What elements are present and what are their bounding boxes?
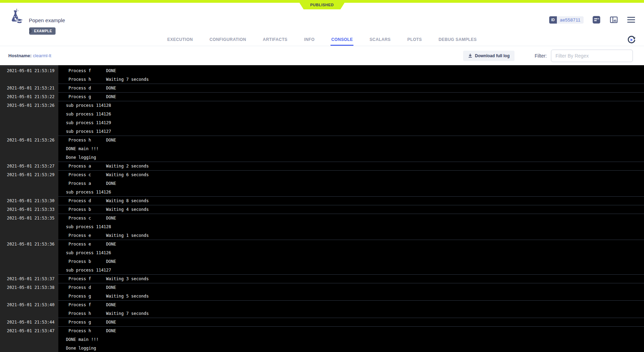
log-line: Process e DONE (66, 240, 644, 249)
log-timestamp: 2021-05-01 21:53:27 (0, 162, 58, 171)
id-chip: ID (549, 16, 557, 24)
log-line: Process g DONE (66, 318, 644, 327)
log-line: Process f DONE (66, 67, 644, 75)
log-entry: 2021-05-01 21:53:21 Process d DONE (0, 84, 644, 93)
gear-icon (29, 28, 32, 34)
log-line: sub process 114126 (66, 110, 644, 119)
log-entry: 2021-05-01 21:53:36 Process e DONEsub pr… (0, 240, 644, 275)
log-entry: 2021-05-01 21:53:44 Process g DONE (0, 318, 644, 327)
log-timestamp: 2021-05-01 21:53:38 (0, 283, 58, 301)
tab-plots[interactable]: PLOTS (407, 34, 423, 46)
log-line: Done logging (66, 344, 644, 352)
log-timestamp: 2021-05-01 21:53:30 (0, 197, 58, 205)
log-line: sub process 114127 (66, 127, 644, 136)
auto-refresh-icon[interactable] (627, 35, 636, 45)
log-line: sub process 114129 (66, 119, 644, 127)
log-entry: 2021-05-01 21:53:30 Process d Waiting 8 … (0, 197, 644, 205)
log-line: Process h DONE (66, 136, 644, 145)
hostname-value: clearml-lt (33, 53, 51, 58)
download-full-log-button[interactable]: Download full log (463, 51, 515, 61)
log-line: Process h Waiting 7 seconds (66, 309, 644, 318)
log-timestamp: 2021-05-01 21:53:19 (0, 67, 58, 84)
log-entry-lines: Process f DONE Process h Waiting 7 secon… (58, 301, 644, 318)
log-line: Process g Waiting 5 seconds (66, 292, 644, 301)
log-timestamp: 2021-05-01 21:53:22 (0, 93, 58, 101)
log-line: Process g DONE (66, 93, 644, 101)
log-line: Process b DONE (66, 257, 644, 266)
log-line: DONE main !!! (66, 335, 644, 344)
tab-console[interactable]: CONSOLE (331, 34, 353, 46)
page-title: Popen example (29, 17, 65, 23)
log-timestamp: 2021-05-01 21:53:36 (0, 240, 58, 275)
console-log[interactable]: 2021-05-01 21:53:19 Process f DONE Proce… (0, 65, 644, 352)
tab-configuration[interactable]: CONFIGURATION (209, 34, 247, 46)
experiment-id-group: ID ae558711 (549, 16, 584, 24)
log-line: Process e Waiting 1 seconds (66, 231, 644, 240)
log-timestamp: 2021-05-01 21:53:29 (0, 171, 58, 197)
tab-debug-samples[interactable]: DEBUG SAMPLES (438, 34, 477, 46)
tab-bar: EXECUTIONCONFIGURATIONARTIFACTSINFOCONSO… (0, 34, 644, 46)
hamburger-menu-icon[interactable] (627, 16, 636, 24)
panel-chart-icon[interactable] (609, 15, 618, 24)
experiment-id-value[interactable]: ae558711 (557, 16, 584, 24)
log-entry-lines: Process g DONE (58, 318, 644, 327)
status-ribbon-published: PUBLISHED (298, 0, 346, 9)
log-entry-lines: Process a Waiting 2 seconds (58, 162, 644, 171)
log-line: Process c DONE (66, 214, 644, 223)
log-entry-lines: Process f Waiting 3 seconds (58, 275, 644, 283)
tab-execution[interactable]: EXECUTION (167, 34, 194, 46)
log-entry-lines: Process c DONEsub process 114128 Process… (58, 214, 644, 240)
log-entry-lines: Process h DONEDONE main !!!Done logging (58, 136, 644, 162)
log-timestamp: 2021-05-01 21:53:33 (0, 205, 58, 214)
tab-scalars[interactable]: SCALARS (369, 34, 391, 46)
example-tag-label: EXAMPLE (34, 29, 52, 33)
log-line: Process a Waiting 2 seconds (66, 162, 644, 171)
log-line: Done logging (66, 153, 644, 162)
filter-label: Filter: (535, 53, 547, 59)
log-entry-lines: Process e DONEsub process 114126 Process… (58, 240, 644, 275)
download-button-label: Download full log (475, 53, 510, 58)
log-timestamp: 2021-05-01 21:53:44 (0, 318, 58, 327)
console-toolbar: Hostname: clearml-lt Download full log F… (0, 46, 644, 65)
log-timestamp: 2021-05-01 21:53:47 (0, 327, 58, 352)
log-entry-lines: Process g DONE (58, 93, 644, 101)
tab-info[interactable]: INFO (303, 34, 315, 46)
log-timestamp: 2021-05-01 21:53:35 (0, 214, 58, 240)
log-entry: 2021-05-01 21:53:33 Process b Waiting 4 … (0, 205, 644, 214)
log-entry: 2021-05-01 21:53:38 Process d DONE Proce… (0, 283, 644, 301)
log-entry-lines: Process d Waiting 8 seconds (58, 197, 644, 205)
log-line: Process c Waiting 6 seconds (66, 171, 644, 179)
log-entry-lines: Process d DONE (58, 84, 644, 93)
log-line: Process a DONE (66, 179, 644, 188)
details-icon[interactable] (592, 15, 601, 24)
log-line: sub process 114128 (66, 101, 644, 110)
log-line: sub process 114126 (66, 249, 644, 257)
filter-regex-input[interactable] (551, 50, 633, 62)
log-entry-lines: Process c Waiting 6 seconds Process a DO… (58, 171, 644, 197)
log-entry: 2021-05-01 21:53:29 Process c Waiting 6 … (0, 171, 644, 197)
log-line: Process d DONE (66, 84, 644, 93)
log-line: sub process 114126 (66, 188, 644, 197)
experiment-flask-icon (8, 8, 24, 25)
log-entry: 2021-05-01 21:53:27 Process a Waiting 2 … (0, 162, 644, 171)
log-line: Process f Waiting 3 seconds (66, 275, 644, 283)
log-line: sub process 114128 (66, 223, 644, 231)
log-line: Process h DONE (66, 327, 644, 335)
log-line: Process b Waiting 4 seconds (66, 205, 644, 214)
tab-artifacts[interactable]: ARTIFACTS (262, 34, 288, 46)
log-entry: 2021-05-01 21:53:26sub process 114128sub… (0, 101, 644, 136)
log-timestamp: 2021-05-01 21:53:40 (0, 301, 58, 318)
log-entry-lines: Process b Waiting 4 seconds (58, 205, 644, 214)
log-timestamp: 2021-05-01 21:53:26 (0, 101, 58, 136)
log-entry-lines: Process f DONE Process h Waiting 7 secon… (58, 67, 644, 84)
log-entry: 2021-05-01 21:53:40 Process f DONE Proce… (0, 301, 644, 318)
log-line: DONE main !!! (66, 145, 644, 153)
log-entry-lines: sub process 114128sub process 114126sub … (58, 101, 644, 136)
log-entry-lines: Process h DONEDONE main !!!Done logging (58, 327, 644, 352)
status-ribbon-label: PUBLISHED (310, 3, 334, 7)
log-timestamp: 2021-05-01 21:53:26 (0, 136, 58, 162)
log-entry: 2021-05-01 21:53:26 Process h DONEDONE m… (0, 136, 644, 162)
log-line: Process d DONE (66, 283, 644, 292)
log-timestamp: 2021-05-01 21:53:21 (0, 84, 58, 93)
log-entry-lines: Process d DONE Process g Waiting 5 secon… (58, 283, 644, 301)
